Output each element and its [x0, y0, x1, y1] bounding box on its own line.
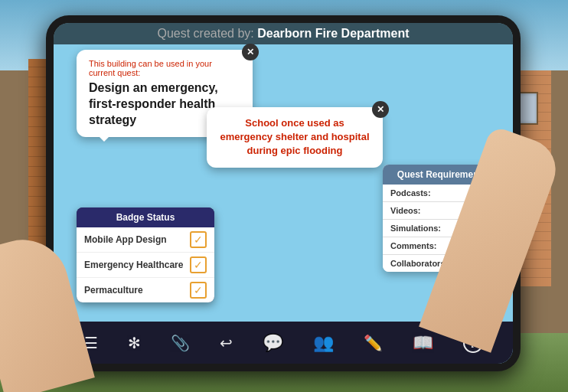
badge-check-1[interactable]: ✓ — [190, 231, 207, 248]
badge-check-3[interactable]: ✓ — [190, 282, 207, 299]
quest-creator: Dearborn Fire Department — [257, 27, 409, 41]
popup2-text: School once used as emergency shelter an… — [219, 116, 371, 158]
badge-row-1: Mobile App Design ✓ — [77, 227, 214, 253]
attach-icon[interactable]: 📎 — [171, 334, 190, 352]
badge-name-2: Emergency Healthcare — [84, 260, 183, 270]
badge-row-2: Emergency Healthcare ✓ — [77, 253, 214, 278]
quest-label-podcasts: Podcasts: — [390, 188, 431, 198]
edit-icon[interactable]: ✏️ — [364, 334, 383, 352]
chat-icon[interactable]: 💬 — [263, 333, 283, 353]
settings-icon[interactable]: ✻ — [128, 334, 141, 352]
badge-name-1: Mobile App Design — [84, 234, 167, 245]
quest-label-comments: Comments: — [390, 241, 437, 250]
popup1-close-button[interactable]: ✕ — [242, 44, 259, 60]
quest-label: Quest created by: — [157, 27, 253, 41]
top-bar: Quest created by: Dearborn Fire Departme… — [54, 23, 513, 44]
group-icon[interactable]: 👥 — [313, 333, 334, 353]
badge-row-3: Permaculture ✓ — [77, 278, 214, 302]
shelter-info-popup: ✕ School once used as emergency shelter … — [207, 107, 383, 168]
badge-name-3: Permaculture — [84, 285, 143, 296]
quest-label-collaborators: Collaborators: — [390, 259, 448, 268]
scene: Quest created by: Dearborn Fire Departme… — [0, 0, 568, 392]
badge-status-panel: Badge Status Mobile App Design ✓ Emergen… — [77, 207, 214, 302]
popup2-close-button[interactable]: ✕ — [372, 101, 389, 118]
book-icon[interactable]: 📖 — [413, 333, 433, 353]
popup1-subtitle: This building can be used in your curren… — [89, 59, 240, 77]
quest-label-simulations: Simulations: — [390, 224, 441, 233]
undo-icon[interactable]: ↩ — [220, 334, 233, 352]
quest-label-videos: Videos: — [390, 206, 421, 215]
badge-check-2[interactable]: ✓ — [190, 256, 207, 273]
badge-panel-header: Badge Status — [77, 207, 214, 227]
